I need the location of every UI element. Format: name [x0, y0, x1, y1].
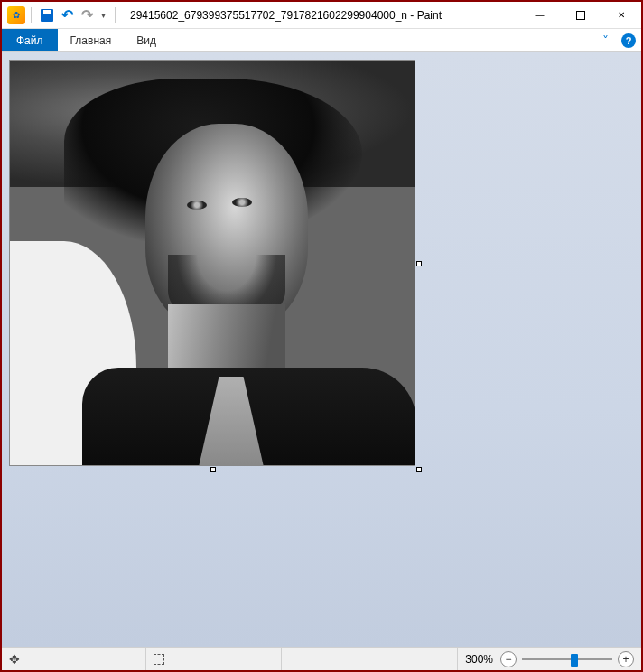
zoom-thumb[interactable]	[571, 654, 578, 667]
cursor-icon: ✥	[9, 652, 20, 667]
tab-home[interactable]: Главная	[58, 29, 125, 51]
titlebar: ✿ ↶ ↷ ▾ 29415602_679399375517702_7917821…	[2, 2, 641, 29]
chevron-down-icon: ˅	[602, 33, 609, 48]
zoom-level: 300%	[465, 653, 493, 666]
paint-window: ✿ ↶ ↷ ▾ 29415602_679399375517702_7917821…	[0, 0, 643, 672]
redo-icon: ↷	[81, 6, 93, 23]
plus-icon: +	[622, 654, 629, 665]
save-icon	[41, 9, 53, 22]
resize-handle-right[interactable]	[416, 261, 422, 266]
help-button[interactable]: ?	[616, 29, 641, 51]
tab-file[interactable]: Файл	[2, 29, 58, 51]
selection-icon	[154, 654, 164, 665]
spacer	[169, 29, 594, 51]
status-image-dimensions	[282, 648, 458, 670]
ribbon-tabs: Файл Главная Вид ˅ ?	[2, 29, 641, 52]
save-button[interactable]	[37, 5, 57, 25]
canvas-area[interactable]	[2, 52, 641, 647]
separator	[115, 7, 116, 23]
undo-icon: ↶	[61, 6, 73, 23]
maximize-icon	[576, 11, 585, 20]
zoom-controls: 300% − +	[458, 651, 641, 667]
canvas-image[interactable]	[9, 60, 415, 466]
statusbar: ✥ 300% − +	[2, 647, 641, 670]
collapse-ribbon-button[interactable]: ˅	[594, 29, 616, 51]
close-button[interactable]: ✕	[601, 2, 641, 29]
tab-view[interactable]: Вид	[124, 29, 169, 51]
zoom-track	[522, 658, 612, 660]
help-icon: ?	[621, 33, 636, 48]
zoom-out-button[interactable]: −	[500, 651, 517, 667]
minimize-icon: —	[536, 10, 545, 20]
window-title: 29415602_679399375517702_791782160229990…	[130, 9, 519, 22]
image-content	[10, 61, 415, 465]
undo-button[interactable]: ↶	[57, 5, 77, 25]
separator	[31, 7, 32, 23]
window-controls: — ✕	[519, 2, 641, 29]
redo-button[interactable]: ↷	[77, 5, 97, 25]
resize-handle-bottom[interactable]	[210, 467, 216, 472]
status-selection-size	[146, 648, 282, 670]
qat-customize[interactable]: ▾	[97, 5, 109, 25]
zoom-in-button[interactable]: +	[618, 651, 634, 667]
app-icon: ✿	[7, 6, 25, 24]
close-icon: ✕	[618, 10, 625, 20]
zoom-slider[interactable]	[522, 651, 612, 667]
resize-handle-corner[interactable]	[416, 467, 422, 472]
minimize-button[interactable]: —	[519, 2, 560, 29]
status-cursor-position: ✥	[2, 648, 146, 670]
maximize-button[interactable]	[560, 2, 601, 29]
minus-icon: −	[505, 654, 511, 665]
